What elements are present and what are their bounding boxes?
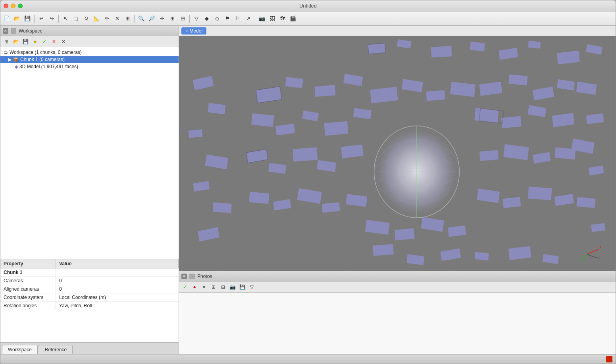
separator-4 bbox=[189, 15, 190, 23]
photos-remove-btn[interactable]: ⊟ bbox=[219, 283, 227, 291]
zoom-in-button[interactable]: 🔍 bbox=[137, 14, 146, 23]
close-x-button[interactable]: ✕ bbox=[112, 14, 122, 23]
grid2-button[interactable]: ⊟ bbox=[178, 14, 187, 23]
rotate-button[interactable]: ↻ bbox=[81, 14, 91, 23]
filter-button[interactable]: ▽ bbox=[192, 14, 201, 23]
photos-filter-btn[interactable]: ▽ bbox=[247, 283, 256, 291]
3d-viewport[interactable]: Perspective 30° faces: 1,907,491 vertice… bbox=[179, 36, 616, 271]
flag2-button[interactable]: ⚐ bbox=[233, 14, 243, 23]
workspace-delete-btn[interactable]: ✕ bbox=[59, 37, 68, 46]
model-tab-bar: × Model bbox=[179, 26, 616, 36]
film-button[interactable]: 🎬 bbox=[288, 14, 298, 23]
prop-row-cameras: Cameras 0 bbox=[0, 277, 179, 285]
tree-root-label: Workspace (1 chunks, 0 cameras) bbox=[10, 50, 82, 55]
workspace-star-btn[interactable]: ★ bbox=[31, 37, 39, 46]
model-tab-close[interactable]: × bbox=[185, 29, 188, 33]
main-window: Untitled 📄 📂 💾 ↩ ↪ ↖ ⬚ ↻ 📐 ✏ ✕ ⊞ 🔍 🔎 ✛ ⊞… bbox=[0, 0, 616, 364]
new-button[interactable]: 📄 bbox=[2, 14, 12, 23]
workspace-error-btn[interactable]: ✕ bbox=[50, 37, 58, 46]
property-col-header: Property bbox=[0, 259, 56, 268]
photo-button[interactable]: 🖼 bbox=[268, 14, 277, 23]
save-button[interactable]: 💾 bbox=[23, 14, 32, 23]
tree-model[interactable]: ◆ 3D Model (1,907,491 faces) bbox=[0, 63, 179, 70]
svg-rect-55 bbox=[479, 150, 499, 161]
prop-chunk-val bbox=[56, 268, 179, 276]
resize-button[interactable]: ⊞ bbox=[123, 14, 132, 23]
svg-rect-52 bbox=[501, 116, 522, 128]
close-button[interactable] bbox=[4, 4, 8, 8]
prop-cameras-val: 0 bbox=[56, 277, 179, 285]
svg-rect-58 bbox=[554, 147, 576, 159]
workspace-open-btn[interactable]: 📂 bbox=[12, 37, 20, 46]
tree-chunk-icon: 📦 bbox=[13, 57, 19, 62]
photos-minimize-btn[interactable] bbox=[189, 274, 195, 279]
tree-chunk[interactable]: ▶ 📦 Chunk 1 (0 cameras) bbox=[0, 56, 179, 63]
minimize-button[interactable] bbox=[11, 4, 15, 8]
bottom-tabs: Workspace Reference bbox=[0, 342, 179, 354]
tree-chunk-arrow: ▶ bbox=[8, 57, 12, 62]
add-marker-button[interactable]: ◆ bbox=[202, 14, 212, 23]
select-button[interactable]: ↖ bbox=[61, 14, 70, 23]
svg-rect-7 bbox=[557, 50, 580, 64]
open-button[interactable]: 📂 bbox=[12, 14, 22, 23]
remove-marker-button[interactable]: ◇ bbox=[212, 14, 222, 23]
maximize-button[interactable] bbox=[18, 4, 23, 8]
photo2-button[interactable]: 🗺 bbox=[278, 14, 287, 23]
photos-icons-row: ✓ ● ✕ ⊞ ⊟ 📷 💾 ▽ bbox=[179, 282, 616, 293]
photos-export-btn[interactable]: 💾 bbox=[238, 283, 246, 291]
model-tab[interactable]: × Model bbox=[181, 27, 206, 34]
svg-rect-65 bbox=[426, 90, 445, 101]
workspace-panel-header: ✕ Workspace bbox=[0, 26, 179, 36]
traffic-lights bbox=[4, 4, 23, 8]
photos-add-btn[interactable]: ⊞ bbox=[209, 283, 218, 291]
workspace-close-btn[interactable]: ✕ bbox=[3, 28, 8, 34]
photos-close-x-btn[interactable]: ✕ bbox=[200, 283, 208, 291]
zoom-out-button[interactable]: 🔎 bbox=[147, 14, 156, 23]
model-tab-label: Model bbox=[189, 28, 202, 34]
workspace-save-btn[interactable]: 💾 bbox=[21, 37, 30, 46]
svg-rect-35 bbox=[324, 121, 348, 136]
photos-panel: ✕ Photos ✓ ● ✕ ⊞ ⊟ 📷 💾 ▽ bbox=[179, 271, 616, 354]
prop-chunk-key: Chunk 1 bbox=[0, 268, 56, 276]
photos-check-btn[interactable]: ✓ bbox=[181, 283, 189, 291]
main-content: ✕ Workspace ⊞ 📂 💾 ★ ✓ ✕ ✕ 🗂 Workspace (1… bbox=[0, 26, 616, 354]
photos-error-btn[interactable]: ● bbox=[190, 283, 199, 291]
svg-rect-6 bbox=[528, 41, 541, 48]
workspace-add-chunk-btn[interactable]: ⊞ bbox=[2, 37, 11, 46]
svg-rect-32 bbox=[251, 113, 274, 127]
svg-rect-14 bbox=[213, 202, 232, 213]
workspace-icons-row: ⊞ 📂 💾 ★ ✓ ✕ ✕ bbox=[0, 36, 179, 47]
grid-button[interactable]: ⊞ bbox=[167, 14, 177, 23]
svg-rect-48 bbox=[508, 75, 527, 86]
redo-button[interactable]: ↪ bbox=[47, 14, 56, 23]
eraser-button[interactable]: ✏ bbox=[102, 14, 112, 23]
prop-row-coord: Coordinate system Local Coordinates (m) bbox=[0, 293, 179, 302]
workspace-check-btn[interactable]: ✓ bbox=[40, 37, 49, 46]
svg-rect-42 bbox=[249, 192, 269, 204]
workspace-tab[interactable]: Workspace bbox=[2, 345, 38, 354]
prop-aligned-val: 0 bbox=[56, 285, 179, 293]
svg-rect-61 bbox=[528, 186, 552, 200]
photos-import-btn[interactable]: 📷 bbox=[228, 283, 237, 291]
ruler-button[interactable]: 📐 bbox=[92, 14, 101, 23]
pan-button[interactable]: ✛ bbox=[157, 14, 167, 23]
separator-5 bbox=[255, 15, 255, 23]
svg-line-80 bbox=[587, 249, 599, 255]
tree-root-icon: 🗂 bbox=[4, 50, 8, 55]
svg-rect-41 bbox=[341, 144, 363, 158]
export-button[interactable]: ↗ bbox=[243, 14, 253, 23]
prop-rotation-val: Yaw, Pitch, Roll bbox=[56, 302, 179, 310]
prop-coord-val: Local Coordinates (m) bbox=[56, 293, 179, 301]
flag-button[interactable]: ⚑ bbox=[223, 14, 232, 23]
status-bar bbox=[0, 354, 616, 364]
svg-text:Y: Y bbox=[581, 259, 583, 263]
capture-button[interactable]: 📷 bbox=[257, 14, 267, 23]
photos-close-btn[interactable]: ✕ bbox=[181, 274, 187, 279]
workspace-minimize-btn[interactable] bbox=[11, 28, 16, 34]
undo-button[interactable]: ↩ bbox=[37, 14, 46, 23]
rectangle-select-button[interactable]: ⬚ bbox=[71, 14, 81, 23]
tree-root[interactable]: 🗂 Workspace (1 chunks, 0 cameras) bbox=[0, 49, 179, 56]
prop-coord-key: Coordinate system bbox=[0, 293, 56, 301]
reference-tab[interactable]: Reference bbox=[39, 345, 73, 354]
svg-rect-4 bbox=[470, 42, 485, 52]
